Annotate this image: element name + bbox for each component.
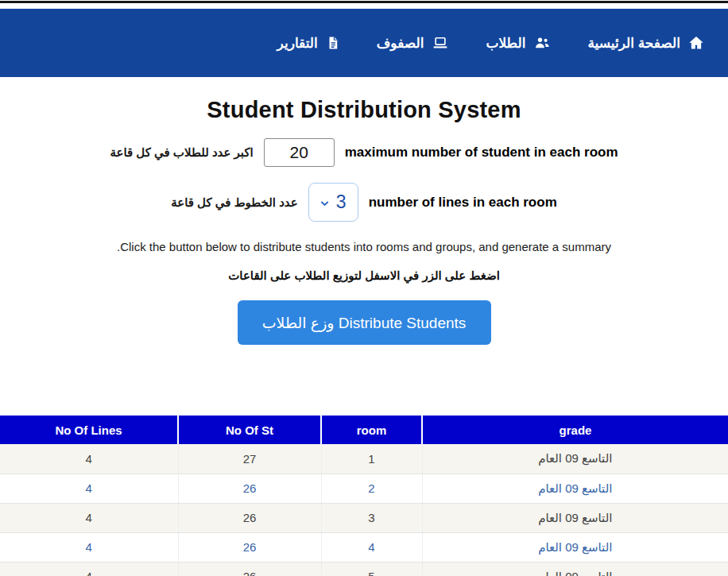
- table-cell: 3: [321, 503, 422, 532]
- table-row: 4265التاسع 09 العام: [0, 562, 728, 576]
- header-grade: grade: [422, 416, 728, 444]
- lines-label-en: number of lines in each room: [369, 195, 557, 211]
- max-students-label-ar: اكبر عدد للطلاب في كل قاعة: [110, 145, 253, 160]
- table-cell: التاسع 09 العام: [422, 532, 728, 562]
- nav-item-classes[interactable]: الصفوف: [377, 35, 450, 52]
- nav-item-label: التقارير: [277, 35, 318, 52]
- table-cell: 26: [178, 474, 321, 503]
- table-cell: 4: [0, 474, 178, 503]
- header-room: room: [321, 416, 422, 444]
- table-row: 4262التاسع 09 العام: [0, 474, 728, 503]
- lines-label-ar: عدد الخطوط في كل قاعة: [171, 195, 297, 210]
- instruction-arabic: اضغط على الزر في الاسفل لتوزيع الطلاب عل…: [0, 269, 728, 283]
- table-body: 4271التاسع 09 العام4262التاسع 09 العام42…: [0, 444, 728, 576]
- nav-item-students[interactable]: الطلاب: [486, 35, 551, 52]
- table-cell: 4: [0, 532, 178, 562]
- max-students-row: اكبر عدد للطلاب في كل قاعة maximum numbe…: [0, 138, 728, 167]
- header-no-of-lines: No Of Lines: [0, 416, 178, 444]
- max-students-input[interactable]: [264, 138, 335, 167]
- page-title: Student Distribution System: [0, 97, 728, 123]
- table-cell: 4: [0, 562, 178, 576]
- table-cell: التاسع 09 العام: [422, 474, 728, 503]
- nav-item-home[interactable]: الصفحة الرئيسية: [587, 35, 704, 52]
- table-cell: التاسع 09 العام: [422, 444, 728, 474]
- laptop-icon: [432, 35, 449, 51]
- table-cell: 2: [321, 474, 422, 503]
- max-students-label-en: maximum number of student in each room: [345, 145, 618, 160]
- table-cell: التاسع 09 العام: [422, 562, 728, 576]
- users-icon: [533, 35, 551, 51]
- lines-select-value: 3: [336, 191, 347, 213]
- table-cell: 26: [178, 503, 321, 532]
- table-cell: 26: [178, 532, 321, 562]
- nav-item-label: الصفوف: [377, 35, 424, 52]
- home-icon: [688, 35, 704, 51]
- lines-row: عدد الخطوط في كل قاعة 3 number of lines …: [0, 183, 728, 222]
- table-row: 4263التاسع 09 العام: [0, 503, 728, 532]
- nav-item-label: الصفحة الرئيسية: [587, 35, 680, 52]
- main-navbar: الصفحة الرئيسية الطلاب الصفوف التقارير: [0, 9, 728, 77]
- instruction-english: Click the button below to distribute stu…: [0, 240, 728, 253]
- table-row: 4264التاسع 09 العام: [0, 532, 728, 562]
- distribution-table: No Of Lines No Of St room grade 4271التا…: [0, 416, 728, 576]
- table-cell: 26: [178, 562, 321, 576]
- top-border-line: [0, 1, 728, 9]
- table-cell: 1: [321, 444, 422, 474]
- distribute-students-button[interactable]: وزع الطلاب Distribute Students: [238, 300, 491, 345]
- nav-item-reports[interactable]: التقارير: [277, 35, 340, 52]
- table-cell: 4: [0, 503, 178, 532]
- nav-item-label: الطلاب: [486, 35, 525, 52]
- lines-select[interactable]: 3: [308, 183, 358, 222]
- table-header: No Of Lines No Of St room grade: [0, 416, 728, 444]
- header-no-of-st: No Of St: [178, 416, 321, 444]
- report-icon: [326, 35, 340, 51]
- table-cell: التاسع 09 العام: [422, 503, 728, 532]
- table-cell: 5: [321, 562, 422, 576]
- table-row: 4271التاسع 09 العام: [0, 444, 728, 474]
- table-cell: 4: [0, 444, 178, 474]
- chevron-down-icon: [320, 195, 329, 210]
- table-cell: 27: [178, 444, 321, 474]
- table-cell: 4: [321, 532, 422, 562]
